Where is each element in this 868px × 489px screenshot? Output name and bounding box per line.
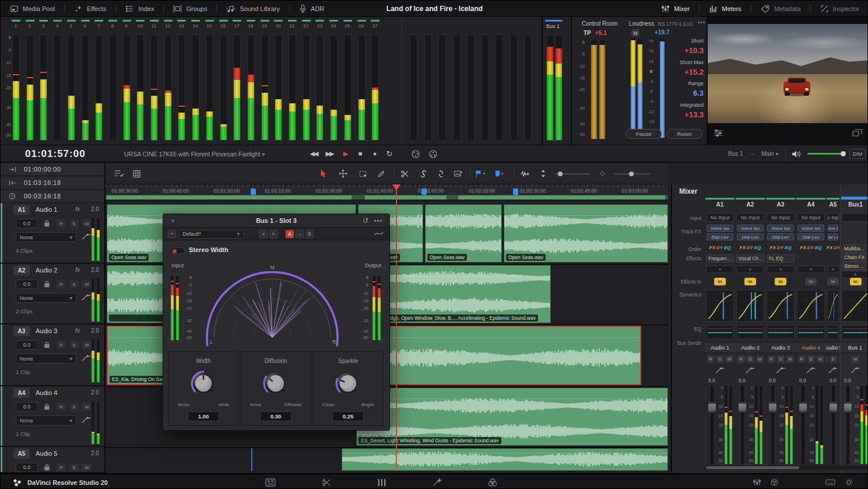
gear-icon[interactable] [845, 478, 853, 487]
options-icon[interactable]: ••• [374, 217, 382, 224]
track-header-a2[interactable]: A2Audio 2fx2.00.0RSMNone▾2 Clips [1, 264, 104, 324]
strip-trackfx-1[interactable]: Voice Iso [767, 225, 794, 232]
strip-effects-in-button[interactable]: in [744, 278, 756, 285]
track-gain-field[interactable]: 0.0 [16, 402, 38, 411]
pencil-tool-icon[interactable] [375, 168, 388, 179]
menu-button-sound-library[interactable]: Sound Library [217, 1, 289, 17]
track-m-button[interactable]: M [82, 463, 92, 471]
keyboard-icon[interactable] [825, 478, 835, 486]
zoom-fit-icon[interactable]: ◇ [600, 169, 605, 177]
strip-pan-control[interactable] [850, 367, 860, 374]
viewer-settings-icon[interactable] [714, 129, 723, 137]
track-eq-dropdown[interactable]: None▾ [16, 354, 76, 364]
automation-icon[interactable] [410, 149, 421, 159]
strip-eq-graph[interactable] [827, 325, 839, 339]
track-m-button[interactable]: M [82, 341, 92, 349]
strip-trackfx-2[interactable]: Dial Lev [707, 233, 733, 240]
link-clips-icon[interactable] [417, 168, 430, 179]
strip-eq-graph[interactable] [797, 325, 825, 339]
fader-handle[interactable] [844, 401, 852, 413]
track-m-button[interactable]: M [82, 280, 92, 288]
mixer-strip-a1[interactable]: A1No InputVoice IsoDial LevFXDYEQFrequen… [705, 184, 735, 473]
vertical-size-slider[interactable] [614, 173, 650, 174]
timeline-marker[interactable] [421, 188, 427, 195]
panel-button-mixer[interactable]: Mixer [652, 1, 699, 17]
strip-fader[interactable] [846, 385, 849, 464]
play-button[interactable]: ▶ [339, 148, 353, 159]
strip-add-effect-button[interactable]: + [736, 266, 764, 273]
strip-effects-in-button[interactable]: in [850, 278, 862, 285]
vertical-zoom-icon[interactable] [537, 168, 550, 179]
track-header-a3[interactable]: A3Audio 3fx2.00.0RSMNone▾1 Clip [1, 324, 104, 386]
monitor-dest[interactable]: Main ▾ [761, 151, 779, 157]
strip-dynamics-graph[interactable] [797, 290, 825, 322]
strip-dynamics-graph[interactable] [767, 290, 795, 322]
waveform-zoom-icon[interactable] [518, 168, 531, 179]
strip-s-button[interactable]: S [716, 355, 724, 363]
reset-button[interactable]: Reset [666, 129, 702, 139]
timeline-view-options-icon[interactable] [113, 168, 125, 179]
knob-value-field[interactable]: 0.30 [260, 411, 291, 421]
track-eq-dropdown[interactable]: None▾ [16, 293, 76, 303]
track-m-button[interactable]: M [82, 219, 92, 228]
track-gain-field[interactable]: 0.0 [16, 340, 38, 350]
panel-button-metadata[interactable]: Metadata [751, 1, 810, 17]
automation-settings-icon[interactable] [428, 149, 438, 159]
fader-handle[interactable] [708, 401, 716, 413]
zoom-slider-handle[interactable] [558, 172, 563, 176]
mixer-strip-a3[interactable]: A3No InputVoice IsoDial LevFXDYEQFL EQ+i… [765, 184, 796, 473]
track-header-a4[interactable]: A4Audio 42.00.0RSMNone▾1 Clip [1, 386, 104, 447]
strip-fader[interactable] [802, 385, 804, 464]
track-r-button[interactable]: R [57, 341, 66, 349]
pan-icon[interactable] [81, 355, 92, 362]
strip-order-badges[interactable]: FXDYEQ [826, 245, 840, 250]
fader-handle[interactable] [738, 401, 747, 413]
strip-trackfx-1[interactable]: Voice Iso [707, 225, 733, 232]
mixer-strip-a4[interactable]: A4No InputVoice IsoDial LevFXDYEQ+in Aud… [796, 184, 826, 473]
strip-order-badges[interactable]: FXDYEQ [735, 245, 765, 250]
strip-fader[interactable] [832, 385, 835, 464]
menu-button-groups[interactable]: Groups [164, 1, 216, 17]
page-button-color[interactable] [485, 477, 500, 488]
flatten-link-icon[interactable] [434, 168, 447, 179]
pan-icon[interactable] [81, 417, 92, 424]
knob-sparkle[interactable] [332, 367, 364, 400]
track-r-button[interactable]: R [57, 219, 66, 228]
trim-tool-icon[interactable] [336, 168, 349, 179]
strip-input-selector[interactable]: No Input [827, 213, 839, 222]
strip-dynamics-graph[interactable] [842, 290, 868, 322]
knob-diffusion[interactable] [259, 367, 292, 400]
strip-effect[interactable]: Multiba... [842, 244, 868, 253]
strip-r-button[interactable]: R [826, 355, 828, 363]
strip-input-selector[interactable]: No Input [767, 213, 795, 222]
menu-button-index[interactable]: Index [116, 1, 163, 17]
dim-button[interactable]: DIM [849, 149, 866, 159]
audio-clip[interactable] [342, 448, 668, 471]
rewind-button[interactable]: ◀◀ [307, 148, 321, 159]
strip-eq-graph[interactable] [736, 325, 764, 339]
horizontal-zoom-slider[interactable] [554, 173, 591, 174]
timeline-selector[interactable]: URSA CINE 17K65 with Florent Piovesan Fa… [124, 151, 265, 158]
menu-button-effects[interactable]: Effects [65, 1, 115, 17]
strip-effects-in-button[interactable]: in [827, 278, 839, 285]
size-slider-handle[interactable] [629, 172, 634, 176]
plugin-bypass-toggle[interactable] [171, 247, 185, 254]
strip-effects-in-button[interactable]: in [775, 278, 786, 285]
track-eq-dropdown[interactable]: None▾ [16, 415, 76, 425]
loudness-standard[interactable]: BS.1770-1 (LU) [658, 21, 693, 27]
strip-dynamics-graph[interactable] [706, 290, 734, 322]
page-button-media[interactable] [263, 477, 278, 488]
strip-pan-control[interactable] [828, 367, 838, 374]
fast-forward-button[interactable]: ▶▶ [322, 148, 336, 159]
menu-button-media-pool[interactable]: Media Pool [1, 1, 64, 17]
track-s-button[interactable]: S [69, 280, 79, 288]
strip-add-effect-button[interactable]: + [797, 266, 825, 273]
marker-button[interactable]: ▾ [493, 168, 505, 179]
pause-button[interactable]: Pause [625, 129, 662, 139]
mixer-strip-a5[interactable]: A5No InputVoice IsoDial LevFXDYEQ+in Aud… [826, 184, 840, 473]
loudness-menu-icon[interactable]: ••• [698, 19, 706, 26]
strip-dynamics-graph[interactable] [736, 290, 764, 322]
strip-input-selector[interactable]: No Input [797, 213, 825, 222]
track-fx-badge[interactable]: fx [75, 267, 80, 273]
strip-m-button[interactable]: M [756, 355, 764, 363]
